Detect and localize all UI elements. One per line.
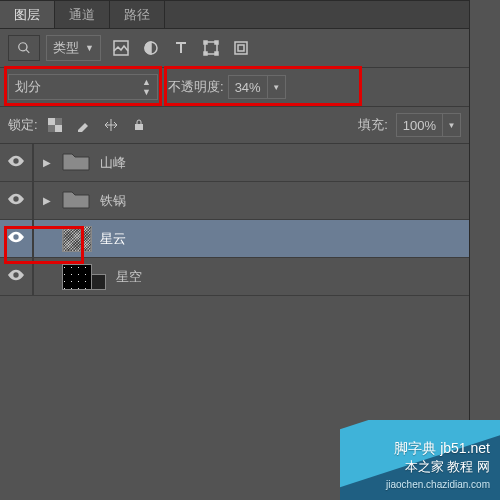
pixel-layer-filter-icon[interactable]: [111, 38, 131, 58]
adjustment-layer-filter-icon[interactable]: [141, 38, 161, 58]
tab-layers[interactable]: 图层: [0, 1, 55, 28]
lock-pixels-icon[interactable]: [74, 116, 92, 134]
svg-rect-8: [238, 45, 244, 51]
filter-kind-dropdown[interactable]: 类型 ▼: [46, 35, 101, 61]
opacity-field[interactable]: 34% ▼: [228, 75, 286, 99]
fill-value: 100%: [397, 118, 442, 133]
chevron-down-icon: ▲▼: [142, 77, 151, 97]
blend-row: 划分 ▲▼ 不透明度: 34% ▼: [0, 68, 469, 107]
filter-kind-label: 类型: [53, 39, 79, 57]
folder-icon: [62, 150, 92, 176]
svg-rect-7: [235, 42, 247, 54]
filter-type-icons: [111, 38, 251, 58]
tab-channels[interactable]: 通道: [55, 1, 110, 28]
opacity-value: 34%: [229, 80, 267, 95]
watermark: 脚字典 jb51.net 本之家 教程 网 jiaochen.chazidian…: [340, 420, 500, 500]
svg-rect-4: [215, 41, 218, 44]
layer-row[interactable]: ▶ 山峰: [0, 144, 469, 182]
lock-all-icon[interactable]: [130, 116, 148, 134]
layer-name[interactable]: 铁锅: [100, 192, 126, 210]
visibility-toggle-icon[interactable]: [8, 155, 24, 170]
fill-label: 填充:: [358, 116, 388, 134]
layer-row[interactable]: 星云: [0, 220, 469, 258]
disclosure-triangle-icon[interactable]: ▶: [38, 157, 56, 168]
opacity-group: 不透明度: 34% ▼: [168, 75, 286, 99]
svg-rect-10: [55, 125, 62, 132]
shape-layer-filter-icon[interactable]: [201, 38, 221, 58]
svg-rect-6: [215, 52, 218, 55]
layer-name[interactable]: 山峰: [100, 154, 126, 172]
svg-rect-12: [48, 125, 55, 132]
filter-row: 类型 ▼: [0, 29, 469, 68]
lock-label: 锁定:: [8, 116, 38, 134]
smart-object-filter-icon[interactable]: [231, 38, 251, 58]
layer-thumbnail[interactable]: [62, 226, 92, 252]
lock-transparency-icon[interactable]: [46, 116, 64, 134]
blend-mode-value: 划分: [15, 78, 41, 96]
lock-row: 锁定: 填充: 100% ▼: [0, 107, 469, 144]
svg-rect-11: [55, 118, 62, 125]
panel-tabs: 图层 通道 路径: [0, 1, 469, 29]
layer-row[interactable]: 星空: [0, 258, 469, 296]
chevron-down-icon: ▼: [442, 114, 460, 136]
visibility-toggle-icon[interactable]: [8, 193, 24, 208]
lock-position-icon[interactable]: [102, 116, 120, 134]
watermark-text: 脚字典 jb51.net: [394, 440, 490, 458]
layer-list: ▶ 山峰 ▶ 铁锅 星云 星空: [0, 144, 469, 296]
svg-rect-5: [204, 52, 207, 55]
layer-thumbnail[interactable]: [62, 264, 92, 290]
search-icon[interactable]: [8, 35, 40, 61]
layer-row[interactable]: ▶ 铁锅: [0, 182, 469, 220]
tab-paths[interactable]: 路径: [110, 1, 165, 28]
folder-icon: [62, 188, 92, 214]
opacity-label: 不透明度:: [168, 78, 224, 96]
lock-icons: [46, 116, 148, 134]
fill-field[interactable]: 100% ▼: [396, 113, 461, 137]
layer-name[interactable]: 星云: [100, 230, 126, 248]
svg-rect-9: [48, 118, 55, 125]
svg-rect-3: [204, 41, 207, 44]
watermark-url: jiaochen.chazidian.com: [386, 479, 490, 490]
chevron-down-icon: ▼: [85, 43, 94, 53]
svg-rect-13: [135, 124, 143, 130]
type-layer-filter-icon[interactable]: [171, 38, 191, 58]
blend-mode-dropdown[interactable]: 划分 ▲▼: [8, 74, 158, 100]
chevron-down-icon: ▼: [267, 76, 285, 98]
watermark-text: 本之家 教程 网: [405, 458, 490, 476]
visibility-toggle-icon[interactable]: [8, 231, 24, 246]
disclosure-triangle-icon[interactable]: ▶: [38, 195, 56, 206]
visibility-toggle-icon[interactable]: [8, 269, 24, 284]
layer-name[interactable]: 星空: [116, 268, 142, 286]
